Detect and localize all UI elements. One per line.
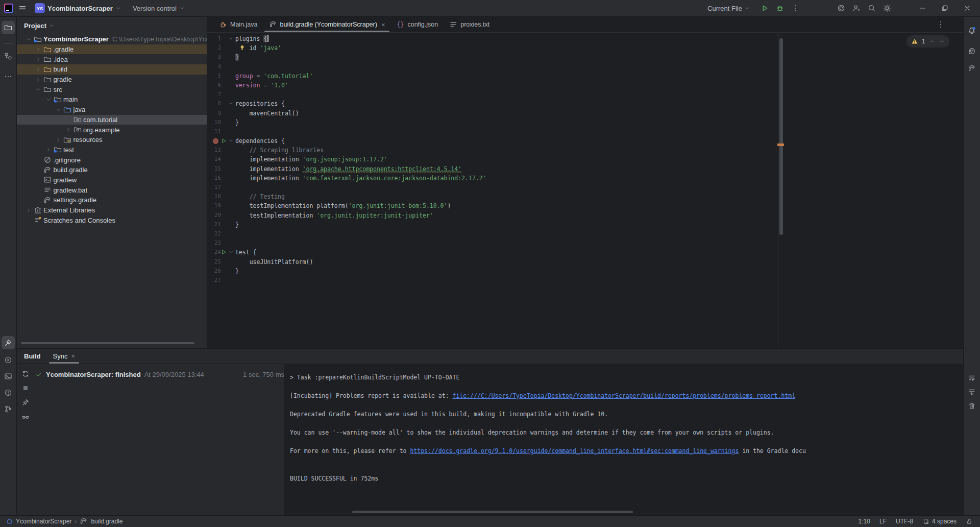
fold-chevron-icon[interactable]	[228, 249, 234, 255]
fold-chevron-icon[interactable]	[228, 101, 234, 106]
chevron-right-icon[interactable]	[34, 57, 43, 62]
close-icon[interactable]: ×	[71, 352, 75, 360]
clear-console-button[interactable]	[965, 399, 978, 413]
code-line[interactable]: 14 implementation 'org.jsoup:jsoup:1.17.…	[207, 155, 778, 164]
tree-item-resources[interactable]: resources	[17, 135, 207, 145]
code-line[interactable]: 10}	[207, 118, 778, 127]
chevron-down-icon[interactable]	[24, 37, 33, 42]
run-configuration-selector[interactable]: Current File	[704, 3, 753, 14]
console-link[interactable]: file:///C:/Users/TypeTopia/Desktop/Ycomb…	[453, 392, 796, 399]
tab-sync[interactable]: Sync ×	[53, 349, 76, 364]
build-console[interactable]: > Task :prepareKotlinBuildScriptModel UP…	[284, 364, 963, 516]
debug-button[interactable]	[776, 4, 784, 12]
tab-proxies-txt[interactable]: proxies.txt	[444, 17, 495, 32]
soft-wrap-button[interactable]	[965, 371, 978, 385]
chevron-right-icon[interactable]	[24, 208, 33, 213]
caret-position[interactable]: 1:10	[859, 518, 870, 525]
breadcrumb-file[interactable]: build.gradle	[91, 518, 122, 525]
gradle-toolwindow-button[interactable]	[965, 62, 978, 75]
project-horizontal-scrollbar[interactable]	[21, 342, 194, 344]
more-toolwindows-button[interactable]	[2, 70, 15, 83]
chevron-down-icon[interactable]	[54, 107, 63, 112]
code-line[interactable]: 22	[207, 229, 778, 238]
tree-item-build[interactable]: build	[17, 64, 207, 75]
main-menu-icon[interactable]	[18, 4, 27, 12]
tree-item-com-tutorial[interactable]: com.tutorial	[17, 115, 207, 125]
fold-chevron-icon[interactable]	[228, 138, 234, 143]
inspect-icon[interactable]	[21, 413, 30, 421]
breadcrumb-project[interactable]: YcombinatorScraper	[16, 518, 71, 525]
code-line[interactable]: 9 mavenCentral()	[207, 109, 778, 118]
tree-item-idea[interactable]: .idea	[17, 54, 207, 64]
window-minimize-button[interactable]	[915, 4, 930, 12]
file-encoding[interactable]: UTF-8	[896, 518, 913, 525]
line-separator[interactable]: LF	[879, 518, 887, 525]
tree-item-gradle[interactable]: .gradle	[17, 44, 207, 55]
tree-item-build-gradle[interactable]: build.gradle	[17, 165, 207, 175]
vcs-widget[interactable]: Version control	[130, 3, 188, 14]
console-horizontal-scrollbar[interactable]	[352, 511, 633, 513]
more-actions-icon[interactable]	[791, 4, 799, 12]
terminal-toolwindow-button[interactable]	[2, 370, 15, 383]
tree-item-test[interactable]: test	[17, 145, 207, 155]
stop-icon[interactable]	[21, 384, 30, 392]
rerun-sync-icon[interactable]	[21, 370, 30, 378]
code-line[interactable]: 17	[207, 183, 778, 192]
version-control-toolwindow-button[interactable]	[2, 402, 15, 416]
window-restore-button[interactable]	[937, 4, 952, 12]
tree-item-gradlew-bat[interactable]: gradlew.bat	[17, 185, 207, 195]
code-line[interactable]: 13 // Scraping libraries	[207, 146, 778, 155]
code-line[interactable]: 4	[207, 62, 778, 71]
tree-item-ycombinatorscraper[interactable]: YcombinatorScraperC:\Users\TypeTopia\Des…	[17, 34, 207, 44]
editor-vertical-scrollbar[interactable]	[779, 38, 783, 235]
tree-item-java[interactable]: java	[17, 105, 207, 115]
code-line[interactable]: 21}	[207, 220, 778, 229]
tree-item-src[interactable]: src	[17, 84, 207, 94]
tab-list-more-icon[interactable]	[937, 17, 945, 32]
code-line[interactable]: 25 useJUnitPlatform()	[207, 257, 778, 267]
code-line[interactable]: 7	[207, 90, 778, 99]
inspection-widget[interactable]: 1	[906, 35, 949, 47]
chevron-right-icon[interactable]	[34, 47, 43, 52]
chevron-right-icon[interactable]	[34, 77, 43, 82]
tree-item-org-example[interactable]: org.example	[17, 125, 207, 135]
code-editor[interactable]: 1plugins {2 id 'java'3}45group = 'com.tu…	[207, 34, 778, 285]
intention-bulb-icon[interactable]	[239, 44, 246, 51]
structure-toolwindow-button[interactable]	[2, 50, 15, 63]
tab-config-json[interactable]: {}config.json	[390, 17, 444, 32]
project-panel-header[interactable]: Project	[17, 17, 207, 34]
code-line[interactable]: 24test {	[207, 248, 778, 257]
code-line[interactable]: 26}	[207, 267, 778, 276]
code-line[interactable]: 15 implementation 'org.apache.httpcompon…	[207, 164, 778, 174]
ai-assistant-toolwindow-button[interactable]	[965, 44, 978, 58]
tab-build-gradle-ycombinatorscraper[interactable]: build.gradle (YcombinatorScraper)×	[263, 17, 391, 32]
tab-main-java[interactable]: Main.java	[213, 17, 263, 32]
ai-assistant-icon[interactable]	[837, 4, 845, 12]
code-line[interactable]: 16 implementation 'com.fasterxml.jackson…	[207, 174, 778, 183]
console-link[interactable]: https://docs.gradle.org/9.1.0/userguide/…	[410, 447, 739, 454]
code-line[interactable]: 20 testImplementation 'org.junit.jupiter…	[207, 211, 778, 220]
chevron-right-icon[interactable]	[64, 127, 72, 132]
build-toolwindow-button[interactable]	[2, 336, 15, 349]
code-line[interactable]: 8repositories {	[207, 99, 778, 108]
chevron-right-icon[interactable]	[54, 137, 63, 142]
run-toolwindow-button[interactable]	[2, 353, 15, 367]
chevron-down-icon[interactable]	[44, 97, 53, 102]
code-line[interactable]: 1plugins {	[207, 34, 778, 43]
previous-problem-icon[interactable]	[929, 38, 935, 44]
project-widget[interactable]: YS YcombinatorScraper	[32, 2, 125, 15]
pin-icon[interactable]	[21, 398, 30, 406]
code-line[interactable]: 27	[207, 276, 778, 285]
project-toolwindow-button[interactable]	[2, 21, 15, 34]
tree-item-scratches-and-consoles[interactable]: Scratches and Consoles	[17, 215, 207, 225]
chevron-right-icon[interactable]	[34, 67, 43, 72]
code-line[interactable]: 23	[207, 238, 778, 248]
tree-item-external-libraries[interactable]: External Libraries	[17, 205, 207, 215]
problems-toolwindow-button[interactable]	[2, 386, 15, 399]
chevron-down-icon[interactable]	[34, 87, 43, 92]
window-close-button[interactable]	[960, 4, 975, 12]
code-line[interactable]: dependencies {	[207, 136, 778, 146]
fold-chevron-icon[interactable]	[228, 36, 234, 41]
chevron-right-icon[interactable]	[44, 147, 53, 152]
notifications-button[interactable]	[965, 24, 978, 37]
